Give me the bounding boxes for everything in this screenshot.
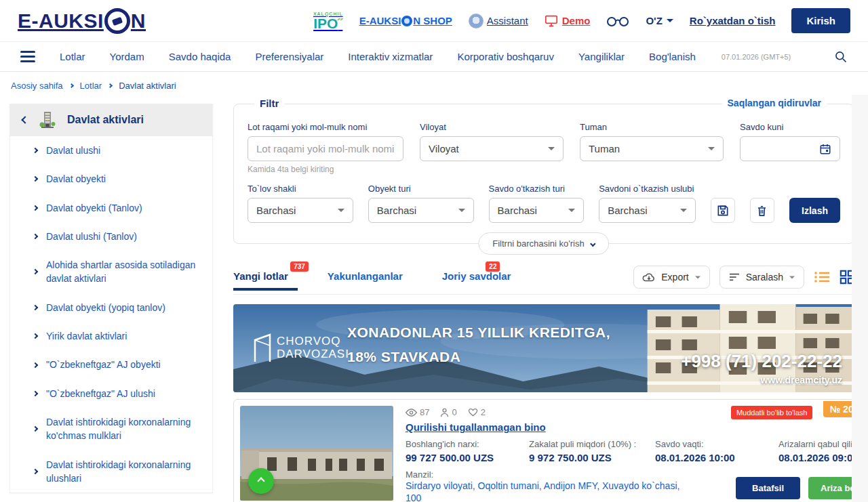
field-label: Savdo vaqti: — [655, 439, 769, 449]
lot-actions: Batafsil Ariza berish — [736, 477, 868, 499]
breadcrumb-lotlar[interactable]: Lotlar — [80, 81, 102, 91]
obyekt-field: Obyekt turi Barchasi — [368, 184, 474, 223]
nav-item-boglanish[interactable]: Bog'lanish — [649, 51, 696, 62]
sidebar-item-label: Alohida shartlar asosida sotiladigan dav… — [46, 258, 201, 286]
sidebar-item-davlat-obyekti-tanlov[interactable]: Davlat obyekti (Tanlov) — [10, 194, 212, 222]
uslub-select[interactable]: Barchasi — [599, 198, 696, 223]
chevron-down-icon — [338, 209, 344, 212]
sidebar-item-davlat-ulushi[interactable]: Davlat ulushi — [10, 136, 212, 165]
nav-item-interaktiv-xizmatlar[interactable]: Interaktiv xizmatlar — [348, 51, 433, 62]
sidebar-item-alohida-shartlar[interactable]: Alohida shartlar asosida sotiladigan dav… — [10, 251, 212, 293]
sidebar-item-yirik-davlat-aktivlari[interactable]: Yirik davlat aktivlari — [10, 322, 212, 350]
filter-legend: Filtr — [254, 98, 284, 109]
sidebar-item-yopiq-tanlov[interactable]: Davlat obyekti (yopiq tanlov) — [10, 293, 212, 322]
nav-item-korporativ-boshqaruv[interactable]: Korporativ boshqaruv — [457, 51, 554, 62]
chevron-down-icon — [568, 209, 575, 212]
list-view-icon[interactable] — [814, 270, 830, 284]
likes-stat[interactable]: 2 — [468, 407, 486, 417]
shop-label-right: N SHOP — [413, 15, 452, 26]
uslub-field: Savdoni o`tkazish uslubi Barchasi — [599, 184, 696, 223]
register-link[interactable]: Ro`yxatdan o`tish — [690, 15, 776, 26]
lot-search-hint: Kamida 4ta belgi kiriting — [248, 165, 403, 174]
lot-fields: Boshlang'ich narxi: 99 727 500.00 UZS Za… — [406, 439, 868, 463]
sidebar-item-label: Davlat ulushi (Tanlov) — [46, 230, 137, 243]
search-icon[interactable] — [834, 50, 848, 64]
login-button[interactable]: Kirish — [791, 8, 850, 33]
main-content: Filtr Saqlangan qidiruvlar Lot raqami yo… — [233, 97, 854, 502]
e-auksion-logo[interactable]: E-AUKSIN — [18, 8, 146, 34]
tab-yakunlanganlar[interactable]: Yakunlanganlar — [328, 270, 403, 290]
ipo-logo[interactable]: XALQCHIL IPO˝ — [313, 12, 343, 30]
e-auksion-shop-link[interactable]: E-AUKSIN SHOP — [359, 15, 452, 26]
sidebar-item-label: "O`zbekneftgaz" AJ ulushi — [46, 387, 155, 400]
accessibility-glasses-icon[interactable] — [606, 15, 629, 27]
language-switcher[interactable]: O'Z — [646, 15, 673, 26]
tolov-select[interactable]: Barchasi — [248, 198, 353, 223]
chevron-down-icon — [458, 209, 465, 212]
tuman-select[interactable]: Tuman — [580, 136, 724, 161]
trash-icon — [755, 204, 768, 217]
export-button[interactable]: Export — [633, 266, 709, 289]
show-all-filters-button[interactable]: Filtrni barchasini ko'rish — [478, 232, 609, 255]
viloyat-field: Viloyat Viloyat — [420, 122, 564, 174]
show-all-filters-label: Filtrni barchasini ko'rish — [492, 238, 584, 249]
details-button[interactable]: Batafsil — [736, 477, 800, 499]
sidebar-item-davlat-obyekti[interactable]: Davlat obyekti — [10, 165, 212, 193]
banner-logo: CHORVOQ DARVOZASI — [252, 333, 349, 363]
lot-search-input[interactable] — [256, 143, 395, 154]
sort-lines-icon — [728, 272, 741, 282]
lot-search-field: Lot raqami yoki mol-mulk nomi Kamida 4ta… — [248, 122, 403, 174]
lot-card: 87 0 2 — [233, 399, 854, 502]
gate-logo-icon — [252, 333, 273, 363]
sidebar-item-davlat-ulushi-tanlov[interactable]: Davlat ulushi (Tanlov) — [10, 222, 212, 251]
chevron-right-icon — [33, 148, 38, 153]
clear-filter-button[interactable] — [750, 198, 774, 223]
scroll-to-top-button[interactable] — [248, 468, 274, 494]
banner-website: www.dreamcity.uz — [760, 375, 842, 385]
search-submit-button[interactable]: Izlash — [789, 198, 840, 223]
save-floppy-icon — [716, 204, 730, 217]
tolov-field: To`lov shakli Barchasi — [248, 184, 353, 223]
assistant-link[interactable]: Assistant — [469, 14, 528, 28]
participants-count: 0 — [452, 407, 456, 417]
chevron-down-icon — [708, 147, 715, 150]
sidebar-item-korxona-ulushlari[interactable]: Davlat ishtirokidagi korxonalarning ulus… — [10, 451, 212, 493]
savdo-turi-select[interactable]: Barchasi — [489, 198, 585, 223]
tab-count-badge: 737 — [290, 262, 309, 272]
ad-banner[interactable]: CHORVOQ DARVOZASI XONADONLAR 15 YILLIK K… — [233, 304, 854, 392]
sidebar-item-korxona-kochmas-mulklari[interactable]: Davlat ishtirokidagi korxonalarning ko'c… — [10, 408, 212, 451]
saved-searches-link[interactable]: Saqlangan qidiruvlar — [722, 98, 827, 108]
breadcrumb-home[interactable]: Asosiy sahifa — [11, 81, 63, 91]
sidebar-item-uzbekneftgaz-ulushi[interactable]: "O`zbekneftgaz" AJ ulushi — [10, 379, 212, 408]
sidebar-header[interactable]: Davlat aktivlari — [10, 104, 212, 136]
nav-item-lotlar[interactable]: Lotlar — [60, 51, 85, 62]
nav-item-savdo-haqida[interactable]: Savdo haqida — [169, 51, 231, 62]
banner-logo-line1: CHORVOQ — [277, 335, 349, 348]
breadcrumb-current: Davlat aktivlari — [119, 81, 176, 91]
demo-label: Demo — [562, 15, 591, 26]
language-label: O'Z — [646, 15, 662, 26]
sidebar-item-label: Davlat obyekti (yopiq tanlov) — [46, 301, 165, 314]
main-nav: Lotlar Yordam Savdo haqida Preferensiyal… — [0, 42, 868, 72]
save-filter-button[interactable] — [711, 198, 735, 223]
uslub-label: Savdoni o`tkazish uslubi — [599, 184, 696, 194]
savdo-kuni-date-input[interactable] — [740, 136, 840, 161]
menu-hamburger-icon[interactable] — [20, 51, 35, 62]
sidebar-item-uzbekneftgaz-obyekti[interactable]: "O`zbekneftgaz" AJ obyekti — [10, 350, 212, 379]
back-chevron-icon[interactable] — [21, 116, 28, 123]
nav-item-yangiliklar[interactable]: Yangiliklar — [578, 51, 625, 62]
sort-button[interactable]: Saralash — [719, 266, 804, 289]
lot-photo[interactable] — [240, 406, 393, 501]
lot-title-link[interactable]: Qurilishi tugallanmagan bino — [406, 421, 546, 433]
nav-item-preferensiyalar[interactable]: Preferensiyalar — [255, 51, 323, 62]
tab-yangi-lotlar[interactable]: Yangi lotlar 737 — [233, 270, 288, 290]
field-label: Zakalat puli miqdori (10%) : — [529, 439, 646, 449]
nav-item-yordam[interactable]: Yordam — [110, 51, 144, 62]
chevron-down-icon — [789, 276, 795, 278]
demo-link[interactable]: Demo — [545, 15, 591, 27]
current-datetime: 07.01.2026 (GMT+5) — [722, 53, 791, 61]
viloyat-select[interactable]: Viloyat — [420, 136, 564, 161]
tab-joriy-savdolar[interactable]: Joriy savdolar 22 — [442, 270, 511, 290]
leaf-icon: ˝ — [338, 16, 342, 31]
obyekt-turi-select[interactable]: Barchasi — [368, 198, 474, 223]
